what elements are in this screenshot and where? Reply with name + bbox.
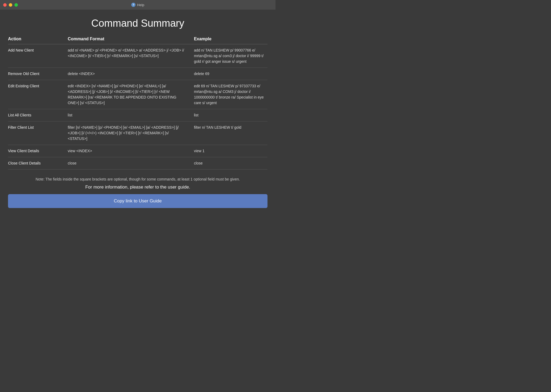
window-title: Help [137,3,144,7]
table-row: Edit Existing Clientedit <INDEX> [n/ <NA… [8,80,267,109]
traffic-lights [3,3,18,7]
minimize-button[interactable] [9,3,12,7]
page-title: Command Summary [8,18,267,29]
cell-format: clear [65,170,190,173]
cell-format: delete <INDEX> [65,68,190,80]
titlebar: ? Help [0,0,276,10]
main-content: Command Summary Action Command Format Ex… [0,10,276,173]
cell-action: Add New Client [8,44,65,68]
cell-example: delete 69 [190,68,267,80]
titlebar-center: ? Help [131,3,144,7]
table-row: List All Clientslistlist [8,109,267,121]
cell-action: Edit Existing Client [8,80,65,109]
help-icon: ? [131,3,136,7]
note-text: Note: The fields inside the square brack… [8,177,267,181]
cell-format: filter [n/ <NAME>] [p/ <PHONE>] [e/ <EMA… [65,121,190,145]
cell-format: list [65,109,190,121]
table-header-row: Action Command Format Example [8,37,267,44]
cell-example: list [190,109,267,121]
cell-action: Clear All Data [8,170,65,173]
cell-example: filter n/ TAN LESHEW t/ gold [190,121,267,145]
table-row: Close Client Detailscloseclose [8,157,267,170]
close-button[interactable] [3,3,7,7]
table-wrapper: Action Command Format Example Add New Cl… [8,37,267,173]
table-row: Filter Client Listfilter [n/ <NAME>] [p/… [8,121,267,145]
cell-action: Remove Old Client [8,68,65,80]
table-row: Add New Clientadd n/ <NAME> p/ <PHONE> e… [8,44,267,68]
cell-action: Close Client Details [8,157,65,170]
table-row: Clear All Dataclearclear [8,170,267,173]
copy-link-button[interactable]: Copy link to User Guide [8,194,267,208]
cell-format: close [65,157,190,170]
cell-format: edit <INDEX> [n/ <NAME>] [p/ <PHONE>] [e… [65,80,190,109]
table-row: View Client Detailsview <INDEX>view 1 [8,145,267,157]
cell-action: View Client Details [8,145,65,157]
cell-action: List All Clients [8,109,65,121]
cell-example: close [190,157,267,170]
command-table: Action Command Format Example Add New Cl… [8,37,267,173]
col-header-example: Example [190,37,267,44]
cell-example: view 1 [190,145,267,157]
bottom-section: Note: The fields inside the square brack… [0,173,276,208]
col-header-action: Action [8,37,65,44]
cell-action: Filter Client List [8,121,65,145]
cell-example: add n/ TAN LESHEW p/ 99007766 e/ mrtan@n… [190,44,267,68]
more-info-text: For more information, please refer to th… [8,185,267,190]
cell-example: edit 69 n/ TAN LESHEW p/ 97337733 e/ mrt… [190,80,267,109]
col-header-format: Command Format [65,37,190,44]
table-row: Remove Old Clientdelete <INDEX>delete 69 [8,68,267,80]
maximize-button[interactable] [14,3,18,7]
cell-example: clear [190,170,267,173]
cell-format: add n/ <NAME> p/ <PHONE> e/ <EMAIL> a/ <… [65,44,190,68]
cell-format: view <INDEX> [65,145,190,157]
